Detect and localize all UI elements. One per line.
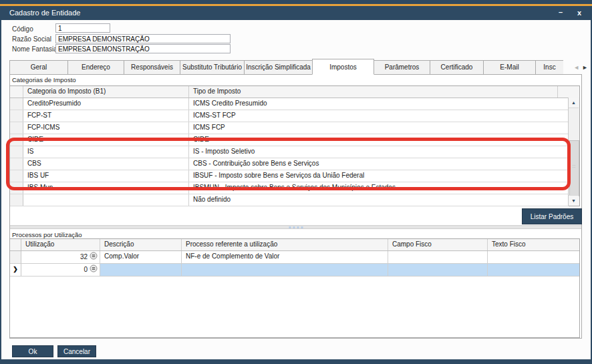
table-row[interactable]: IBS Mun IBSMUN - Imposto sobre Bens e Se… <box>10 182 569 194</box>
table-row[interactable]: FCP-ST ICMS-ST FCP <box>10 110 569 122</box>
col-campo-fisco-header[interactable]: Campo Fisco <box>388 239 488 250</box>
categorias-group-label: Categorias de Imposto <box>12 76 76 83</box>
cancel-button[interactable]: Cancelar <box>57 345 96 357</box>
table-row[interactable]: CIDE CIDE <box>10 134 569 146</box>
tab-insc-partial[interactable]: Insc <box>535 60 563 75</box>
scrollbar-thumb[interactable]: ∶∶ <box>569 140 579 196</box>
table-row[interactable]: 32 Comp.Valor NF-e de Complemento de Val… <box>10 251 579 264</box>
selected-row-marker-icon: ❯ <box>13 266 18 272</box>
header-gutter-cell <box>10 239 21 250</box>
section-splitter[interactable] <box>10 225 581 229</box>
table-row[interactable]: CreditoPresumido ICMS Credito Presumido <box>10 98 569 110</box>
tab-scroll-left-icon[interactable]: ◄ <box>573 64 579 71</box>
tab-strip: Geral Endereço Responsáveis Substituto T… <box>9 59 569 75</box>
categorias-header-row: Categoria do Imposto (B1) Tipo de Impost… <box>10 86 579 98</box>
window-title: Cadastro de Entidade <box>9 6 80 20</box>
window-border-bottom <box>0 359 592 364</box>
codigo-label: Código <box>12 25 33 33</box>
tab-substituto-tributario[interactable]: Substituto Tributário <box>180 60 245 75</box>
col-categoria-header[interactable]: Categoria do Imposto (B1) <box>23 86 189 98</box>
nome-fantasia-input[interactable] <box>55 44 231 53</box>
splitter-grip-icon <box>289 226 303 228</box>
utilizacao-value: 32 <box>80 252 88 262</box>
tab-email[interactable]: E-Mail <box>483 60 536 75</box>
categorias-table: Categoria do Imposto (B1) Tipo de Impost… <box>9 85 580 206</box>
close-icon[interactable]: x <box>577 6 581 20</box>
tab-geral[interactable]: Geral <box>9 60 68 75</box>
tab-parametros[interactable]: Parâmetros <box>374 60 430 75</box>
razao-social-label: Razão Social <box>12 35 51 43</box>
col-utilizacao-header[interactable]: Utilização <box>21 239 100 250</box>
table-row[interactable]: CBS CBS - Contribuição sobre Bens e Serv… <box>10 158 569 170</box>
tab-impostos[interactable]: Impostos <box>312 59 374 75</box>
razao-social-input[interactable] <box>55 34 231 43</box>
row-menu-icon[interactable] <box>90 252 98 263</box>
scrollbar-grip-icon: ∶∶ <box>573 164 576 168</box>
tab-endereco[interactable]: Endereço <box>67 60 124 75</box>
tab-certificado[interactable]: Certificado <box>430 60 484 75</box>
ok-button[interactable]: Ok <box>12 345 53 357</box>
table-row[interactable]: FCP-ICMS ICMS FCP <box>10 122 569 134</box>
table-row[interactable]: IS IS - Imposto Seletivo <box>10 146 569 158</box>
tab-scroll-right-icon[interactable]: ► <box>582 64 588 71</box>
col-tipo-header[interactable]: Tipo de Imposto <box>189 86 558 98</box>
codigo-input[interactable] <box>55 23 110 33</box>
tab-scroll-arrows: ◄ ► <box>568 61 591 73</box>
utilizacao-value: 0 <box>84 264 88 275</box>
tab-responsaveis[interactable]: Responsáveis <box>124 60 180 75</box>
col-texto-fisco-header[interactable]: Texto Fisco <box>488 239 579 250</box>
tab-inscricao-simplificada[interactable]: Inscrição Simplificada <box>244 60 313 75</box>
table-row[interactable]: Não definido <box>10 194 569 206</box>
table-row[interactable]: IBS UF IBSUF - Imposto sobre Bens e Serv… <box>10 170 569 182</box>
nome-fantasia-label: Nome Fantasia <box>12 45 57 53</box>
processos-group-label: Processos por Utilização <box>12 231 82 238</box>
scroll-down-icon[interactable]: ▼ <box>569 195 579 206</box>
titlebar: Cadastro de Entidade – x <box>0 6 592 20</box>
processos-header-row: Utilização Descrição Processo referente … <box>10 239 579 251</box>
col-descricao-header[interactable]: Descrição <box>100 239 182 250</box>
scroll-up-icon[interactable]: ▲ <box>569 98 579 108</box>
table-row-selected[interactable]: ❯ 0 <box>10 264 579 277</box>
processos-table: Utilização Descrição Processo referente … <box>9 238 580 338</box>
window-border-left <box>0 20 1 359</box>
row-menu-icon[interactable] <box>90 264 98 276</box>
vertical-scrollbar[interactable]: ▲ ∶∶ ▼ <box>568 98 579 206</box>
col-processo-header[interactable]: Processo referente a utilização <box>182 239 388 250</box>
listar-padroes-button[interactable]: Listar Padrões <box>522 208 582 224</box>
header-gutter-cell <box>10 86 23 98</box>
minimize-icon[interactable]: – <box>559 6 563 19</box>
